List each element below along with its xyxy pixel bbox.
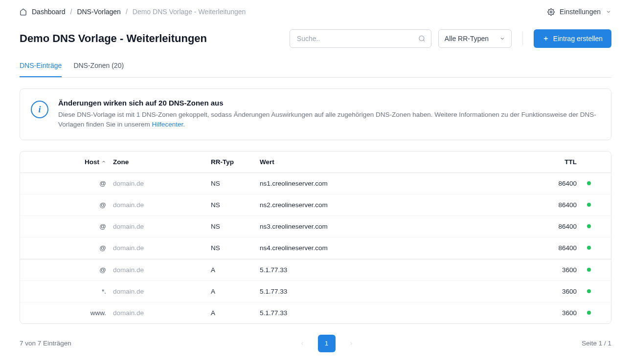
cell-ttl: 86400 — [518, 244, 577, 252]
cell-host: @ — [30, 223, 113, 230]
info-icon: i — [31, 101, 48, 118]
status-dot-icon — [587, 311, 591, 315]
tabs: DNS-Einträge DNS-Zonen (20) — [20, 62, 611, 78]
breadcrumb-sep: / — [70, 8, 72, 16]
cell-host: @ — [30, 244, 113, 252]
cell-zone: domain.de — [113, 223, 211, 230]
rr-type-filter-label: Alle RR-Typen — [445, 35, 489, 43]
tab-dns-zonen[interactable]: DNS-Zonen (20) — [73, 62, 124, 77]
sort-asc-icon — [101, 159, 106, 164]
status-dot-icon — [587, 203, 591, 207]
helpcenter-link[interactable]: Hilfecenter — [152, 121, 183, 128]
svg-point-0 — [550, 11, 552, 13]
info-card: i Änderungen wirken sich auf 20 DNS-Zone… — [20, 88, 611, 140]
cell-ttl: 3600 — [518, 288, 577, 295]
breadcrumb-current: Demo DNS Vorlage - Weiterleitungen — [133, 8, 246, 16]
cell-host: *. — [30, 288, 113, 295]
settings-label: Einstellungen — [560, 8, 601, 16]
rr-type-filter[interactable]: Alle RR-Typen — [438, 29, 512, 48]
page-title: Demo DNS Vorlage - Weiterleitungen — [20, 32, 207, 45]
page-1-button[interactable]: 1 — [318, 335, 336, 352]
breadcrumb-dashboard[interactable]: Dashboard — [32, 8, 66, 16]
cell-status — [577, 203, 601, 207]
cell-wert: ns2.creolineserver.com — [260, 201, 518, 209]
table-row[interactable]: @domain.deNSns2.creolineserver.com86400 — [20, 194, 611, 216]
gear-icon — [547, 8, 555, 16]
cell-host: @ — [30, 266, 113, 274]
cell-zone: domain.de — [113, 244, 211, 252]
col-wert[interactable]: Wert — [260, 158, 518, 166]
cell-wert: 5.1.77.33 — [260, 266, 518, 274]
table-row[interactable]: @domain.deA5.1.77.333600 — [20, 259, 611, 281]
cell-wert: 5.1.77.33 — [260, 288, 518, 295]
cell-ttl: 86400 — [518, 201, 577, 209]
cell-rrtype: A — [211, 266, 260, 274]
search-icon — [418, 35, 426, 43]
dns-table: Host Zone RR-Typ Wert TTL @domain.deNSns… — [20, 151, 611, 324]
cell-rrtype: NS — [211, 223, 260, 230]
svg-point-1 — [419, 36, 424, 41]
info-title: Änderungen wirken sich auf 20 DNS-Zonen … — [58, 99, 600, 107]
status-dot-icon — [587, 181, 591, 185]
col-zone[interactable]: Zone — [113, 158, 211, 166]
cell-wert: 5.1.77.33 — [260, 309, 518, 317]
next-page-button[interactable] — [342, 335, 360, 352]
settings-menu[interactable]: Einstellungen — [547, 8, 611, 16]
col-host[interactable]: Host — [30, 158, 113, 166]
table-row[interactable]: @domain.deNSns1.creolineserver.com86400 — [20, 173, 611, 194]
cell-zone: domain.de — [113, 266, 211, 274]
table-row[interactable]: *.domain.deA5.1.77.333600 — [20, 281, 611, 302]
table-row[interactable]: www.domain.deA5.1.77.333600 — [20, 302, 611, 323]
breadcrumb: Dashboard / DNS-Vorlagen / Demo DNS Vorl… — [20, 8, 246, 16]
breadcrumb-sep: / — [126, 8, 128, 16]
cell-wert: ns1.creolineserver.com — [260, 180, 518, 187]
entry-count: 7 von 7 Einträgen — [20, 340, 71, 347]
table-row[interactable]: @domain.deNSns3.creolineserver.com86400 — [20, 216, 611, 237]
cell-rrtype: A — [211, 288, 260, 295]
cell-zone: domain.de — [113, 201, 211, 209]
cell-ttl: 3600 — [518, 266, 577, 274]
tab-dns-eintraege[interactable]: DNS-Einträge — [20, 62, 62, 77]
cell-host: @ — [30, 201, 113, 209]
cell-host: @ — [30, 180, 113, 187]
cell-ttl: 3600 — [518, 309, 577, 317]
cell-wert: ns3.creolineserver.com — [260, 223, 518, 230]
info-text: Diese DNS-Vorlage ist mit 1 DNS-Zonen ge… — [58, 110, 600, 130]
col-rrtype[interactable]: RR-Typ — [211, 158, 260, 166]
cell-status — [577, 224, 601, 228]
home-icon[interactable] — [20, 8, 27, 16]
cell-ttl: 86400 — [518, 180, 577, 187]
cell-host: www. — [30, 309, 113, 317]
cell-zone: domain.de — [113, 288, 211, 295]
divider — [522, 31, 523, 46]
search-input[interactable] — [290, 29, 431, 48]
prev-page-button[interactable] — [293, 335, 311, 352]
status-dot-icon — [587, 224, 591, 228]
cell-rrtype: A — [211, 309, 260, 317]
table-row[interactable]: @domain.deNSns4.creolineserver.com86400 — [20, 237, 611, 259]
cell-wert: ns4.creolineserver.com — [260, 244, 518, 252]
cell-rrtype: NS — [211, 180, 260, 187]
chevron-down-icon — [499, 36, 505, 42]
breadcrumb-dns-vorlagen[interactable]: DNS-Vorlagen — [77, 8, 121, 16]
cell-status — [577, 311, 601, 315]
cell-status — [577, 268, 601, 272]
cell-status — [577, 289, 601, 293]
page-info: Seite 1 / 1 — [582, 340, 611, 347]
status-dot-icon — [587, 246, 591, 250]
cell-status — [577, 246, 601, 250]
col-ttl[interactable]: TTL — [518, 158, 577, 166]
status-dot-icon — [587, 289, 591, 293]
create-entry-button[interactable]: Eintrag erstellen — [534, 29, 611, 48]
cell-zone: domain.de — [113, 309, 211, 317]
cell-status — [577, 181, 601, 185]
chevron-down-icon — [606, 9, 611, 15]
cell-ttl: 86400 — [518, 223, 577, 230]
cell-zone: domain.de — [113, 180, 211, 187]
svg-line-2 — [423, 40, 425, 42]
create-entry-label: Eintrag erstellen — [553, 35, 603, 43]
plus-icon — [542, 35, 549, 42]
cell-rrtype: NS — [211, 201, 260, 209]
status-dot-icon — [587, 268, 591, 272]
cell-rrtype: NS — [211, 244, 260, 252]
